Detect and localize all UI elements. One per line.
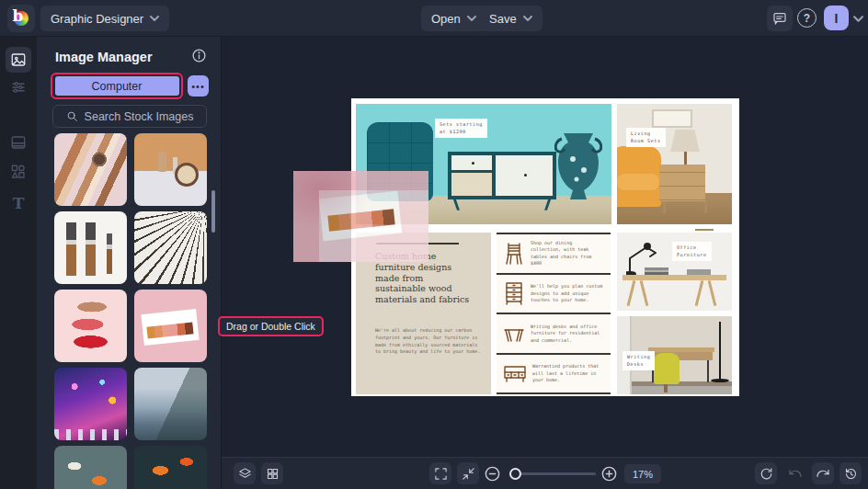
computer-button-highlight: Computer: [51, 73, 183, 99]
feature-item: We'll help you plan custom designs to ad…: [497, 275, 611, 315]
undo-button[interactable]: [784, 462, 806, 484]
feedback-button[interactable]: [767, 6, 793, 31]
thumbnail-mountain-fjord[interactable]: [134, 368, 207, 440]
dining-chair-icon: [503, 242, 525, 266]
fit-to-screen-button[interactable]: [457, 462, 479, 484]
thumbnail-koi-fish-dark[interactable]: [134, 446, 207, 489]
thumbnail-makeup-brushes-white[interactable]: [54, 211, 127, 284]
console-cabinet-icon: [503, 363, 527, 383]
save-button[interactable]: Save: [479, 6, 542, 31]
canvas-heading: Custom home furniture designs made from …: [375, 251, 473, 305]
vase-graphic: [554, 126, 602, 201]
befunky-logo-icon[interactable]: b: [7, 5, 35, 32]
history-button[interactable]: [839, 462, 862, 484]
sidebar-item-image-manager[interactable]: [6, 47, 31, 73]
workspace: Sets starting at $1200 Living Room Sets: [221, 37, 868, 489]
template-card-icon: [10, 134, 27, 151]
zoom-level[interactable]: 17%: [624, 464, 661, 483]
thumbnail-eyeshadow-palette-pink[interactable]: [134, 290, 207, 362]
feature-item: Warrantied products that will last a lif…: [497, 355, 611, 395]
zoom-in-button[interactable]: [600, 465, 618, 483]
sliders-icon: [10, 79, 27, 96]
avatar[interactable]: I: [824, 6, 849, 30]
redo-icon: [816, 466, 830, 481]
open-button[interactable]: Open: [421, 6, 486, 31]
chevron-down-icon: [150, 16, 159, 21]
feature-list[interactable]: Shop our dining collection, with teak ta…: [497, 233, 611, 394]
panel-scrollbar[interactable]: [211, 190, 215, 233]
floor-lamp-graphic: [719, 322, 722, 379]
credenza-legs: [453, 199, 551, 210]
credenza-graphic: [448, 152, 556, 199]
orange-armchair-graphic: [617, 146, 661, 207]
drag-tooltip: Drag or Double Click: [218, 316, 324, 336]
writing-desk-icon: [503, 323, 525, 345]
design-canvas[interactable]: Sets starting at $1200 Living Room Sets: [351, 98, 739, 396]
reset-button[interactable]: [755, 462, 777, 484]
office-furniture-label: Office Furniture: [672, 242, 712, 261]
tool-rail: T: [0, 37, 37, 489]
search-icon: [66, 110, 78, 122]
zoom-out-button[interactable]: [484, 465, 501, 483]
decorative-dash: [695, 229, 714, 231]
living-room-sets-label: Living Room Sets: [626, 128, 666, 147]
sidebar-item-graphics[interactable]: [6, 159, 31, 185]
sidebar-item-text[interactable]: T: [6, 190, 31, 216]
comment-icon: [772, 11, 787, 26]
zoom-slider-knob[interactable]: [509, 468, 521, 480]
books-graphic: [645, 267, 668, 275]
grid-icon: [266, 467, 280, 481]
canvas-body-text: We're all about reducing our carbon foot…: [375, 327, 482, 356]
shapes-icon: [10, 164, 27, 180]
grid-view-button[interactable]: [261, 462, 283, 484]
photo-writing-desks[interactable]: Writing Desks: [617, 316, 732, 394]
price-label: Sets starting at $1200: [435, 119, 487, 138]
image-manager-panel: Image Manager Computer ••• Search Stock …: [37, 37, 221, 489]
dresser-icon: [503, 281, 525, 305]
text-panel[interactable]: Custom home furniture designs made from …: [356, 233, 491, 394]
refresh-icon: [760, 467, 773, 481]
thumbnail-grid: [54, 133, 207, 489]
logo-letter: b: [13, 6, 24, 25]
panel-title: Image Manager: [55, 50, 153, 64]
sidebar-item-edit[interactable]: [6, 74, 31, 100]
thumbnail-neon-city-night[interactable]: [54, 368, 127, 440]
thumbnail-koi-fish-light[interactable]: [54, 446, 127, 489]
thumbnail-cosmetics-tan[interactable]: [134, 133, 207, 206]
layers-button[interactable]: [234, 462, 256, 484]
layers-icon: [238, 467, 252, 481]
writing-desk-graphic: [648, 347, 714, 352]
more-options-button[interactable]: •••: [188, 75, 209, 97]
info-icon: [191, 48, 207, 63]
info-button[interactable]: [191, 48, 207, 63]
top-bar: b Graphic Designer Open Save ? I: [0, 0, 868, 37]
fullscreen-icon: [434, 467, 448, 481]
zoom-slider[interactable]: [511, 472, 596, 475]
redo-button[interactable]: [812, 462, 834, 484]
app-mode-menu[interactable]: Graphic Designer: [40, 6, 169, 31]
chevron-down-icon: [523, 16, 532, 21]
help-button[interactable]: ?: [797, 8, 817, 28]
computer-source-button[interactable]: Computer: [55, 76, 179, 96]
photo-living-room-sets[interactable]: Living Room Sets: [617, 104, 732, 224]
search-stock-images[interactable]: Search Stock Images: [52, 105, 207, 128]
image-icon: [10, 51, 27, 68]
photo-office-furniture[interactable]: Office Furniture: [617, 233, 732, 311]
undo-icon: [788, 466, 803, 481]
plus-circle-icon: [600, 465, 618, 483]
chevron-down-icon: [467, 16, 476, 21]
sidebar-item-templates[interactable]: [6, 130, 31, 155]
wall-art-graphic: [652, 109, 692, 128]
fit-screen-icon: [462, 467, 475, 481]
yellow-chair-graphic: [654, 353, 680, 384]
thumbnail-makeup-products-pink[interactable]: [54, 133, 127, 206]
thumbnail-brushes-fan[interactable]: [134, 211, 207, 284]
writing-desks-label: Writing Desks: [622, 351, 655, 370]
thumbnail-lipstick-smears[interactable]: [54, 290, 127, 362]
bottom-toolbar: 17%: [222, 457, 868, 489]
fullscreen-button[interactable]: [429, 462, 451, 484]
text-tool-icon: T: [13, 194, 25, 212]
feature-item: Shop our dining collection, with teak ta…: [497, 234, 611, 275]
account-chevron-down-icon[interactable]: [853, 16, 863, 22]
photo-teal-living-room[interactable]: Sets starting at $1200: [356, 104, 611, 224]
